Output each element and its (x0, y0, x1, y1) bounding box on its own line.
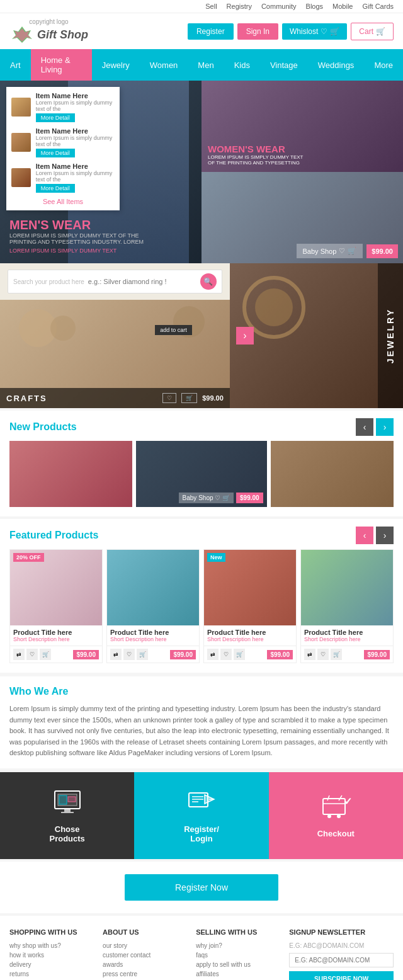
dropdown-item-2-img (11, 133, 31, 152)
dropdown-item-3-img (11, 168, 31, 187)
jewelry-next-arrow[interactable]: › (236, 327, 254, 345)
featured-card-4-icons: ⇄ ♡ 🛒 (304, 649, 342, 660)
chose-products-icon (52, 788, 83, 818)
featured-card-4-compare[interactable]: ⇄ (304, 649, 315, 660)
footer-link-join[interactable]: why join? (196, 942, 283, 949)
baby-shop-actions: Baby Shop ♡ 🛒 $99.00 (297, 244, 398, 258)
nav-kids[interactable]: Kids (224, 54, 260, 76)
cta-register-login[interactable]: Register/Login (134, 772, 268, 859)
topbar-registry[interactable]: Registry (227, 3, 252, 10)
footer-link-affiliates[interactable]: affiliates (196, 971, 283, 977)
featured-card-3-cart[interactable]: 🛒 (234, 649, 245, 660)
featured-card-2-wishlist[interactable]: ♡ (123, 649, 135, 660)
featured-card-1: 20% OFF Product Title here Short Descrip… (9, 549, 103, 663)
newsletter-input[interactable] (289, 953, 394, 967)
topbar-blogs[interactable]: Blogs (306, 3, 324, 10)
crafts-cart-btn[interactable]: 🛒 (181, 393, 197, 403)
search-button[interactable]: 🔍 (200, 273, 217, 290)
featured-products-section: Featured Products ‹ › 20% OFF Product Ti… (0, 519, 403, 673)
mens-wear-title: MEN'S WEAR (9, 218, 144, 232)
topbar-community[interactable]: Community (261, 3, 297, 10)
featured-card-4-wishlist[interactable]: ♡ (317, 649, 329, 660)
crafts-image-area: add to cart CRAFTS ♡ 🛒 $99.00 (0, 300, 230, 408)
footer-link-returns[interactable]: returns (9, 971, 96, 977)
dropdown-item-1-btn[interactable]: More Detail (36, 113, 75, 122)
baby-shop-label: Baby Shop (303, 248, 337, 255)
cta-checkout-label: Checkout (317, 829, 355, 838)
new-product-2-shop-btn[interactable]: Baby Shop ♡ 🛒 (179, 493, 234, 503)
featured-card-2-actions: ⇄ ♡ 🛒 $99.00 (107, 646, 199, 663)
featured-card-4-cart[interactable]: 🛒 (331, 649, 342, 660)
footer-link-press[interactable]: press centre (103, 971, 190, 977)
cta-chose-products[interactable]: ChoseProducts (0, 772, 134, 859)
footer-link-how[interactable]: how it works (9, 952, 96, 959)
register-now-button[interactable]: Register Now (125, 874, 278, 901)
nav-vintage[interactable]: Vintage (260, 54, 308, 76)
search-area: Search your product here 🔍 (0, 263, 230, 300)
featured-card-4-actions: ⇄ ♡ 🛒 $99.00 (301, 646, 393, 663)
footer-link-faqs[interactable]: faqs (196, 952, 283, 959)
svg-text:✓: ✓ (344, 796, 351, 807)
cta-checkout[interactable]: ✓ Checkout (269, 772, 403, 859)
dropdown-item-2-btn[interactable]: More Detail (36, 149, 75, 157)
nav-art[interactable]: Art (0, 54, 31, 76)
baby-shop-btn[interactable]: Baby Shop ♡ 🛒 (297, 244, 363, 258)
logo[interactable]: copyright logo Gift Shop (9, 18, 88, 44)
footer-about-title: ABOUT US (103, 928, 190, 936)
featured-next[interactable]: › (376, 527, 394, 544)
new-products-list: Baby Shop ♡ 🛒 $99.00 (0, 441, 403, 516)
svg-rect-3 (64, 809, 71, 812)
footer-link-why[interactable]: why shop with us? (9, 942, 96, 949)
cart-button[interactable]: Cart 🛒 (351, 23, 394, 40)
new-products-prev[interactable]: ‹ (356, 418, 373, 436)
footer-link-apply[interactable]: apply to sell with us (196, 961, 283, 968)
nav-more[interactable]: More (364, 54, 403, 76)
crafts-wishlist-btn[interactable]: ♡ (162, 393, 176, 403)
footer-link-story[interactable]: our story (103, 942, 190, 949)
search-input[interactable] (88, 278, 196, 285)
new-products-header: New Products ‹ › (0, 411, 403, 441)
new-products-next[interactable]: › (376, 418, 394, 436)
featured-card-1-cart[interactable]: 🛒 (40, 649, 51, 660)
nav-women[interactable]: Women (140, 54, 188, 76)
search-label: Search your product here (13, 278, 84, 285)
nav-home-living[interactable]: Home & Living (31, 49, 92, 81)
cart-icon-wishlist: 🛒 (330, 27, 339, 36)
svg-rect-6 (59, 795, 67, 804)
featured-card-1-price: $99.00 (73, 650, 99, 659)
register-button[interactable]: Register (188, 23, 234, 40)
topbar-sell[interactable]: Sell (205, 3, 217, 10)
topbar-gift-cards[interactable]: Gift Cards (362, 3, 394, 10)
featured-card-2-img (107, 550, 199, 625)
nav-weddings[interactable]: Weddings (308, 54, 365, 76)
see-all-link[interactable]: See All Items (11, 198, 115, 205)
featured-card-1-compare[interactable]: ⇄ (13, 649, 25, 660)
featured-card-2-price: $99.00 (170, 650, 196, 659)
womens-wear-title: WOMEN'S WEAR (208, 144, 303, 154)
nav-men[interactable]: Men (188, 54, 224, 76)
footer-link-awards[interactable]: awards (103, 961, 190, 968)
footer-link-delivery[interactable]: delivery (9, 961, 96, 968)
subscribe-button[interactable]: SUBSCRIBE NOW (289, 971, 394, 980)
featured-card-2-cart[interactable]: 🛒 (137, 649, 148, 660)
wishlist-button[interactable]: Whislost ♡ 🛒 (282, 23, 347, 40)
featured-prev[interactable]: ‹ (356, 527, 373, 544)
footer-link-customer[interactable]: customer contact (103, 952, 190, 959)
featured-card-3-compare[interactable]: ⇄ (207, 649, 219, 660)
topbar-mobile[interactable]: Mobile (332, 3, 353, 10)
new-product-3 (271, 441, 394, 507)
signin-button[interactable]: Sign In (237, 23, 278, 40)
featured-card-3-wishlist[interactable]: ♡ (220, 649, 232, 660)
svg-point-16 (337, 814, 341, 818)
dropdown-item-3-btn[interactable]: More Detail (36, 184, 75, 193)
jewelry-label-bar: JEWELRY (378, 263, 403, 408)
nav-jewelry[interactable]: Jewelry (92, 54, 140, 76)
footer-newsletter-title: SIGNUP NEWSLETTER (289, 928, 394, 936)
jewelry-label: JEWELRY (385, 308, 395, 363)
logo-icon (9, 25, 35, 44)
new-product-2: Baby Shop ♡ 🛒 $99.00 (136, 441, 266, 507)
featured-card-2-compare[interactable]: ⇄ (110, 649, 122, 660)
register-icon (186, 788, 217, 816)
footer-col-selling: SELLING WITH US why join? faqs apply to … (196, 928, 283, 980)
featured-card-1-wishlist[interactable]: ♡ (26, 649, 38, 660)
